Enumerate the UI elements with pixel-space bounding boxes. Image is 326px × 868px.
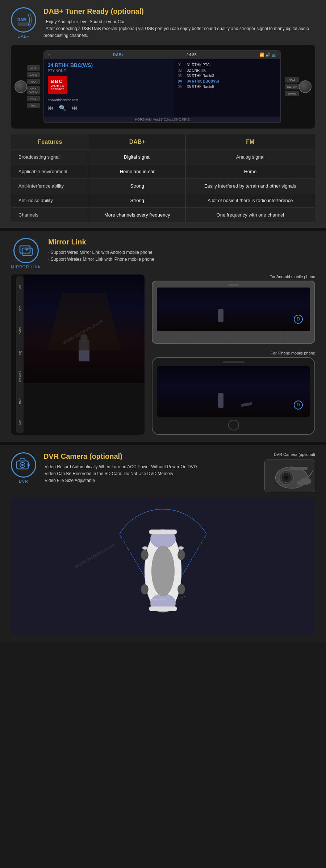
dab-station: 34 RTHK BBC(WS) xyxy=(48,62,171,68)
dab-channel-list: 0131 RTHK PTC 0232 CNR HK 0333 RTHK Radi… xyxy=(178,62,277,89)
android-btn-2[interactable] xyxy=(230,333,237,340)
gps-btn[interactable]: GPSCARD xyxy=(27,86,40,95)
dab-description: DAB+ Tuner Ready (optional) · Enjoy Audi… xyxy=(43,7,315,39)
table-row: Broadcasting signal Digital signal Analo… xyxy=(11,150,315,164)
dab-title: DAB+ Tuner Ready (optional) xyxy=(43,7,315,16)
dvr-desc3: ·Video File Size Adjustable xyxy=(43,477,198,484)
bbc-world: WORLD xyxy=(51,84,65,88)
figure-android xyxy=(218,309,223,322)
mirror-section: MIRROR LINK Mirror Link · Support Wired … xyxy=(0,231,326,442)
iphone-label: For iPhone mobile phone xyxy=(152,351,315,355)
table-header-dab: DAB+ xyxy=(89,134,185,150)
svg-marker-7 xyxy=(28,463,30,467)
car-left-panel: VOL SRC BAND EQ GPS CARD RAS MIC xyxy=(16,276,24,433)
dab-screen-content: 34 RTHK BBC(WS) PTY:NONE BBC WORLD SERVI… xyxy=(44,59,281,117)
band-btn[interactable]: BAND xyxy=(27,72,40,77)
mirror-link-icon xyxy=(17,242,35,260)
navi-btn[interactable]: NAVI xyxy=(285,77,299,83)
android-label: For Android mobile phone xyxy=(152,274,315,279)
fm-value: Home xyxy=(185,164,315,179)
dvr-title-area: DVR DVR Camera (optional) ·Video Record … xyxy=(11,452,198,485)
mirror-icon-wrap: MIRROR LINK xyxy=(11,238,41,269)
d-button-iphone: D xyxy=(294,401,303,410)
dab-screen-topbar: ⌂ DAB+ 14:35 📶 🔊 📺 xyxy=(44,51,281,59)
bbc-text: BBC xyxy=(51,79,65,84)
channel-item-3[interactable]: 0333 RTHK Radio3 xyxy=(178,73,277,79)
camera-silhouette xyxy=(265,460,315,492)
dab-time: 14:35 xyxy=(187,53,197,57)
mirror-desc2: · Support Wireles Mirror Link with iPhon… xyxy=(48,256,155,263)
android-phone-wrap: For Android mobile phone D xyxy=(152,274,315,344)
status-icons: 📶 🔊 📺 xyxy=(259,53,277,57)
iphone-screen-content: D xyxy=(157,366,310,417)
fm-value: One frequency with one channel xyxy=(185,207,315,222)
android-btn-3[interactable] xyxy=(281,333,288,340)
eq-btn[interactable]: EQ xyxy=(27,79,40,84)
band-label: BAND xyxy=(19,327,21,334)
dimm-btn[interactable]: DIMM xyxy=(285,91,299,96)
dvr-desc2: ·Video Can Be Recorded in the SD Card, D… xyxy=(43,470,198,477)
mirror-icon-circle xyxy=(13,238,39,263)
dab-value: Home and in-car xyxy=(89,164,185,179)
search-icon[interactable]: 🔍 xyxy=(59,105,66,112)
d-button: D xyxy=(294,315,303,324)
svg-rect-13 xyxy=(290,467,308,470)
channel-item-5[interactable]: 0535 RTHK Radio5 xyxy=(178,84,277,89)
divider-2 xyxy=(0,442,326,445)
dab-screen: ⌂ DAB+ 14:35 📶 🔊 📺 34 RTHK BBC(WS) PTY:N… xyxy=(43,50,281,123)
dvr-camera-label: DVR Camera (optional) xyxy=(264,452,315,457)
dvr-description: DVR Camera (optional) ·Video Record Auto… xyxy=(43,452,198,485)
channel-item-1[interactable]: 0131 RTHK PTC xyxy=(178,62,277,68)
dab-icon-circle: DAB ⬛⬛⬛ xyxy=(11,7,36,33)
dab-status: HORSHAM:Min.16°C.Max.39°C FINE xyxy=(44,117,281,122)
src-btn[interactable]: SRC xyxy=(27,65,40,71)
channel-item-4[interactable]: 0434 RTHK BBC(WS) xyxy=(178,79,277,84)
right-side-buttons: NAVI SETUP DIMM xyxy=(285,77,299,96)
dvr-camera-icon xyxy=(14,456,33,474)
prev-track-icon[interactable]: ⏮ xyxy=(48,105,54,112)
svg-rect-22 xyxy=(149,606,177,611)
vol-knob[interactable] xyxy=(14,80,27,93)
dab-label: DAB+ xyxy=(17,34,29,38)
iphone-home-button[interactable] xyxy=(228,420,239,431)
mirror-title: Mirror Link xyxy=(48,238,155,246)
mirror-description: Mirror Link · Support Wired Mirror Link … xyxy=(48,238,155,263)
dvr-header: DVR DVR Camera (optional) ·Video Record … xyxy=(11,452,315,492)
phones-area: For Android mobile phone D xyxy=(152,274,315,435)
svg-point-23 xyxy=(142,546,148,549)
mirror-label: MIRROR LINK xyxy=(11,265,41,269)
feature-label: Channels xyxy=(11,207,89,222)
iphone-screen: D xyxy=(157,366,310,417)
bbc-service: SERVICE xyxy=(51,88,65,91)
table-header-features: Features xyxy=(11,134,89,150)
feature-label: Anti-interfernce ability xyxy=(11,179,89,193)
eq-label: EQ xyxy=(19,351,21,355)
iphone-phone: D xyxy=(152,357,315,435)
dab-value: More channels every frequency xyxy=(89,207,185,222)
ras-btn[interactable]: RAS xyxy=(27,96,40,101)
fm-value: A lot of nosie if there is radio interfe… xyxy=(185,193,315,207)
table-header-fm: FM xyxy=(185,134,315,150)
vol-label: VOL xyxy=(19,284,21,289)
mic-btn[interactable]: MIC xyxy=(27,103,40,108)
android-btn-1[interactable] xyxy=(179,333,186,340)
dab-left-panel: 34 RTHK BBC(WS) PTY:NONE BBC WORLD SERVI… xyxy=(44,59,174,117)
svg-point-20 xyxy=(151,546,174,596)
table-row: Anti-noise ability Strong A lot of nosie… xyxy=(11,193,315,207)
table-row: Anti-interfernce ability Strong Easily i… xyxy=(11,179,315,193)
home-icon[interactable]: ⌂ xyxy=(48,53,50,57)
channel-item-2[interactable]: 0232 CNR HK xyxy=(178,68,277,73)
dvr-icon-wrap: DVR xyxy=(11,452,36,483)
dab-icon: DAB ⬛⬛⬛ xyxy=(14,11,33,29)
car-arc-svg: 170° View Angle xyxy=(36,498,290,635)
dab-controls: ⏮ 🔍 ⏭ xyxy=(48,105,171,112)
dvr-label: DVR xyxy=(19,479,28,483)
svg-point-25 xyxy=(141,550,148,560)
svg-point-6 xyxy=(21,464,24,466)
tun-knob[interactable] xyxy=(299,80,312,93)
setup-btn[interactable]: SETUP xyxy=(285,84,299,89)
next-track-icon[interactable]: ⏭ xyxy=(72,105,78,112)
dab-knobs-row: SRC BAND EQ GPSCARD RAS MIC ⌂ DAB+ 14:35… xyxy=(14,49,312,125)
weapon-iphone xyxy=(241,402,252,407)
svg-point-28 xyxy=(178,584,185,594)
